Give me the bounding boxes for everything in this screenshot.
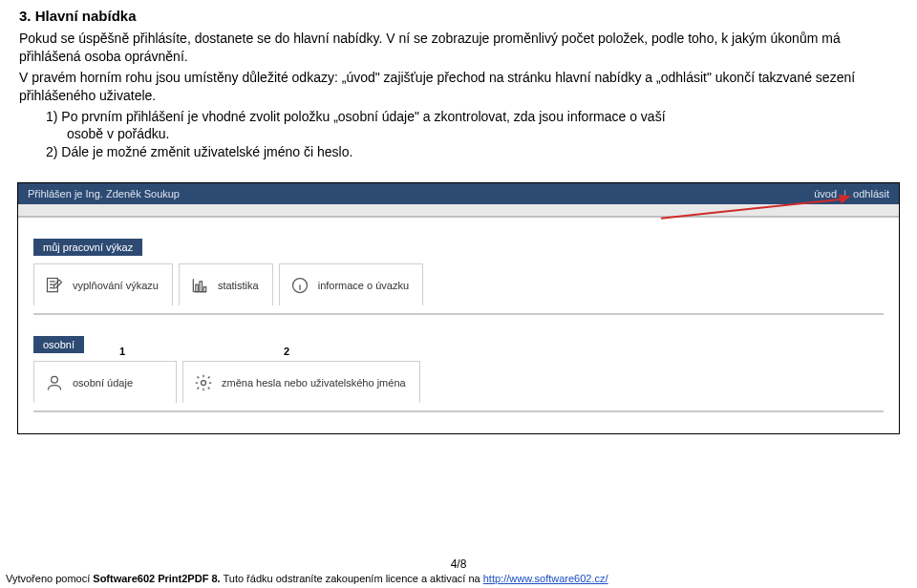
footer-rest: Tuto řádku odstraníte zakoupením licence… bbox=[221, 573, 483, 584]
annotation-number-1: 1 bbox=[119, 346, 125, 357]
svg-point-6 bbox=[202, 380, 206, 385]
svg-rect-1 bbox=[196, 284, 199, 292]
option-label: osobní údaje bbox=[73, 377, 133, 388]
user-icon bbox=[44, 372, 65, 393]
svg-rect-2 bbox=[200, 282, 203, 292]
link-uvod[interactable]: úvod bbox=[814, 188, 837, 200]
user-status-label: Přihlášen je Ing. Zdeněk Soukup bbox=[28, 188, 180, 200]
intro-paragraph-2: V pravém horním rohu jsou umístěny důlež… bbox=[19, 69, 898, 105]
instruction-item-2: 2) Dále je možné změnit uživatelské jmén… bbox=[46, 143, 898, 161]
option-osobni-udaje[interactable]: osobní údaje bbox=[33, 361, 177, 403]
instruction-item-1: 1) Po prvním přihlášení je vhodné zvolit… bbox=[46, 108, 898, 126]
topbar-shadow bbox=[18, 204, 899, 218]
form-pencil-icon bbox=[44, 275, 65, 296]
gear-icon bbox=[193, 372, 214, 393]
footer-product: Software602 Print2PDF 8. bbox=[93, 573, 220, 584]
instruction-item-1-cont: osobě v pořádku. bbox=[67, 125, 898, 143]
footer-prefix: Vytvořeno pomocí bbox=[6, 573, 93, 584]
bar-chart-icon bbox=[189, 275, 210, 296]
option-label: změna hesla nebo uživatelského jména bbox=[222, 377, 406, 388]
option-label: vyplňování výkazu bbox=[73, 280, 159, 291]
options-row-osobni: 1 2 osobní údaje změna hesla nebo uživat… bbox=[33, 357, 884, 412]
option-statistika[interactable]: statistika bbox=[179, 263, 273, 305]
option-vyplnovani-vykazu[interactable]: vyplňování výkazu bbox=[33, 263, 173, 305]
annotation-number-2: 2 bbox=[284, 346, 289, 357]
embedded-screenshot: Přihlášen je Ing. Zdeněk Soukup úvod | o… bbox=[17, 182, 900, 434]
app-topbar: Přihlášen je Ing. Zdeněk Soukup úvod | o… bbox=[18, 183, 899, 204]
section-tab-osobni: osobní bbox=[33, 336, 84, 353]
intro-paragraph-1: Pokud se úspěšně přihlásíte, dostanete s… bbox=[19, 30, 898, 66]
link-separator: | bbox=[840, 188, 850, 200]
footer-link[interactable]: http://www.software602.cz/ bbox=[483, 573, 608, 584]
option-zmena-hesla[interactable]: změna hesla nebo uživatelského jména bbox=[182, 361, 420, 403]
info-icon bbox=[289, 275, 310, 296]
option-label: statistika bbox=[218, 280, 259, 291]
options-row-pracovni-vykaz: vyplňování výkazu statistika informace bbox=[33, 260, 884, 315]
page-number: 4/8 bbox=[6, 557, 911, 571]
page-footer: 4/8 Vytvořeno pomocí Software602 Print2P… bbox=[0, 556, 917, 588]
svg-point-5 bbox=[52, 376, 58, 383]
link-odhlasit[interactable]: odhlásit bbox=[853, 188, 889, 200]
section-heading: 3. Hlavní nabídka bbox=[19, 8, 898, 24]
option-informace-uvazku[interactable]: informace o úvazku bbox=[279, 263, 423, 305]
option-label: informace o úvazku bbox=[318, 280, 409, 291]
section-tab-pracovni-vykaz: můj pracovní výkaz bbox=[33, 239, 142, 256]
topbar-right-links: úvod | odhlásit bbox=[814, 188, 889, 200]
svg-rect-3 bbox=[203, 286, 206, 291]
